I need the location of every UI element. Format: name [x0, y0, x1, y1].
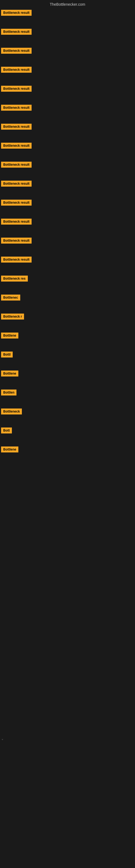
bottleneck-row-21: Bottlen	[0, 388, 135, 406]
bottleneck-badge-14: Bottleneck result	[1, 257, 32, 262]
bottleneck-badge-11: Bottleneck result	[1, 199, 32, 206]
site-header: TheBottlenecker.com	[0, 0, 135, 8]
bottleneck-badge-2: Bottleneck result	[1, 29, 32, 35]
bottleneck-row-3: Bottleneck result	[0, 45, 135, 65]
bottleneck-row-4: Bottleneck result	[0, 65, 135, 84]
site-title: TheBottlenecker.com	[50, 2, 85, 6]
bottleneck-row-2: Bottleneck result	[0, 27, 135, 45]
bottleneck-row-15: Bottleneck res	[0, 273, 135, 292]
bottleneck-badge-4: Bottleneck result	[1, 67, 32, 73]
bottleneck-row-1: Bottleneck result	[0, 8, 135, 27]
bottleneck-badge-3: Bottleneck result	[1, 48, 32, 54]
bottleneck-row-9: Bottleneck result	[0, 159, 135, 179]
bottleneck-row-23: Bott	[0, 425, 135, 444]
bottleneck-row-18: Bottlene	[0, 330, 135, 349]
bottleneck-badge-12: Bottleneck result	[1, 219, 32, 225]
bottom-axis-label: c	[1, 739, 3, 740]
bottleneck-badge-20: Bottlene	[1, 371, 18, 376]
bottleneck-row-6: Bottleneck result	[0, 102, 135, 122]
bottleneck-row-17: Bottleneck r	[0, 311, 135, 330]
bottleneck-row-10: Bottleneck result	[0, 179, 135, 197]
bottleneck-row-14: Bottleneck result	[0, 254, 135, 273]
bottleneck-badge-13: Bottleneck result	[1, 238, 32, 244]
bottleneck-badge-9: Bottleneck result	[1, 162, 32, 167]
bottleneck-row-20: Bottlene	[0, 368, 135, 388]
bottleneck-badge-22: Bottleneck	[1, 408, 22, 414]
bottleneck-badge-24: Bottlene	[1, 446, 18, 453]
bottleneck-badge-8: Bottleneck result	[1, 143, 32, 149]
bottleneck-badge-16: Bottlenec	[1, 294, 20, 301]
bottleneck-row-19: Bottl	[0, 349, 135, 368]
bottleneck-row-11: Bottleneck result	[0, 197, 135, 216]
bottleneck-badge-19: Bottl	[1, 351, 13, 358]
bottleneck-row-24: Bottlene	[0, 444, 135, 463]
bottleneck-row-8: Bottleneck result	[0, 141, 135, 159]
bottleneck-badge-1: Bottleneck result	[1, 10, 32, 16]
bottleneck-row-7: Bottleneck result	[0, 122, 135, 141]
bottleneck-badge-15: Bottleneck res	[1, 276, 28, 282]
bottleneck-badge-7: Bottleneck result	[1, 124, 32, 130]
bottleneck-badge-18: Bottlene	[1, 333, 18, 339]
bottleneck-row-22: Bottleneck	[0, 406, 135, 425]
bottleneck-badge-5: Bottleneck result	[1, 86, 32, 92]
bottleneck-row-16: Bottlenec	[0, 292, 135, 311]
bottleneck-badge-10: Bottleneck result	[1, 181, 32, 187]
bottleneck-row-12: Bottleneck result	[0, 216, 135, 236]
bottleneck-row-13: Bottleneck result	[0, 236, 135, 254]
bottleneck-badge-23: Bott	[1, 428, 12, 433]
bottleneck-badge-17: Bottleneck r	[1, 314, 24, 319]
bottleneck-row-5: Bottleneck result	[0, 84, 135, 102]
bottleneck-badge-6: Bottleneck result	[1, 105, 32, 111]
bottleneck-badge-21: Bottlen	[1, 390, 16, 396]
